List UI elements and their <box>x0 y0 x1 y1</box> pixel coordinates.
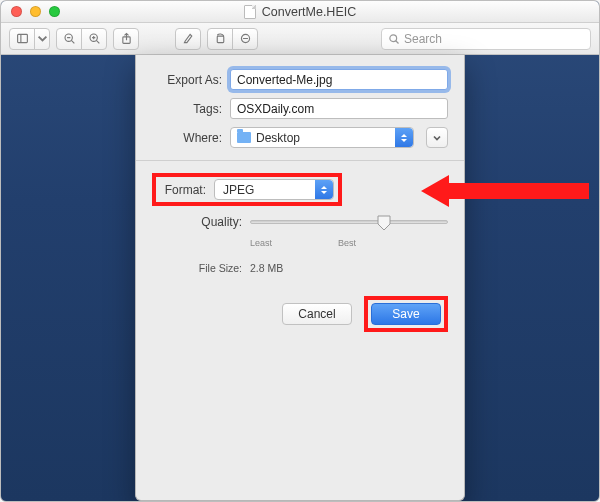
save-button[interactable]: Save <box>371 303 441 325</box>
slider-track <box>250 220 448 224</box>
markup-highlight-button[interactable] <box>175 28 201 50</box>
expand-browse-button[interactable] <box>426 127 448 148</box>
format-label: Format: <box>160 183 206 197</box>
window-title-text: ConvertMe.HEIC <box>262 5 356 19</box>
quality-tick-labels: Least Best <box>250 238 356 248</box>
format-value: JPEG <box>223 183 254 197</box>
quality-min-label: Least <box>250 238 272 248</box>
chevron-updown-icon <box>315 180 333 199</box>
zoom-out-button[interactable] <box>56 28 82 50</box>
view-dropdown-button[interactable] <box>34 28 50 50</box>
save-button-label: Save <box>392 307 419 321</box>
view-segment <box>9 28 50 50</box>
tags-label: Tags: <box>152 102 222 116</box>
export-sheet: Export As: Converted-Me.jpg Tags: OSXDai… <box>135 55 465 501</box>
filesize-label: File Size: <box>152 262 242 274</box>
cancel-button-label: Cancel <box>298 307 335 321</box>
search-field[interactable]: Search <box>381 28 591 50</box>
svg-line-3 <box>71 40 74 43</box>
sidebar-view-button[interactable] <box>9 28 35 50</box>
divider <box>136 160 464 161</box>
export-as-field[interactable]: Converted-Me.jpg <box>230 69 448 90</box>
zoom-in-button[interactable] <box>81 28 107 50</box>
chevron-updown-icon <box>395 128 413 147</box>
markup-segment <box>207 28 258 50</box>
dialog-buttons: Cancel Save <box>152 296 448 332</box>
where-label: Where: <box>152 131 222 145</box>
tags-field[interactable]: OSXDaily.com <box>230 98 448 119</box>
filesize-value: 2.8 MB <box>250 262 283 274</box>
markup-toolbar-button[interactable] <box>232 28 258 50</box>
svg-point-12 <box>390 34 397 41</box>
slider-knob[interactable] <box>377 215 391 231</box>
export-as-value: Converted-Me.jpg <box>237 73 332 87</box>
content-area: Export As: Converted-Me.jpg Tags: OSXDai… <box>1 55 599 501</box>
search-icon <box>388 33 400 45</box>
svg-line-13 <box>396 40 399 43</box>
folder-icon <box>237 132 251 143</box>
document-icon <box>244 5 256 19</box>
save-highlight-annotation: Save <box>364 296 448 332</box>
search-placeholder: Search <box>404 32 442 46</box>
quality-slider[interactable] <box>250 212 448 232</box>
share-button[interactable] <box>113 28 139 50</box>
cancel-button[interactable]: Cancel <box>282 303 352 325</box>
zoom-segment <box>56 28 107 50</box>
tags-value: OSXDaily.com <box>237 102 314 116</box>
quality-label: Quality: <box>152 215 242 229</box>
svg-rect-0 <box>17 34 27 42</box>
svg-line-6 <box>96 40 99 43</box>
titlebar: ConvertMe.HEIC <box>1 1 599 23</box>
export-as-label: Export As: <box>152 73 222 87</box>
where-select[interactable]: Desktop <box>230 127 414 148</box>
quality-max-label: Best <box>338 238 356 248</box>
format-highlight-annotation: Format: JPEG <box>152 173 342 206</box>
preview-window: ConvertMe.HEIC <box>0 0 600 502</box>
window-title: ConvertMe.HEIC <box>1 5 599 19</box>
svg-rect-10 <box>217 36 224 43</box>
where-value: Desktop <box>256 131 300 145</box>
toolbar: Search <box>1 23 599 55</box>
format-select[interactable]: JPEG <box>214 179 334 200</box>
rotate-button[interactable] <box>207 28 233 50</box>
